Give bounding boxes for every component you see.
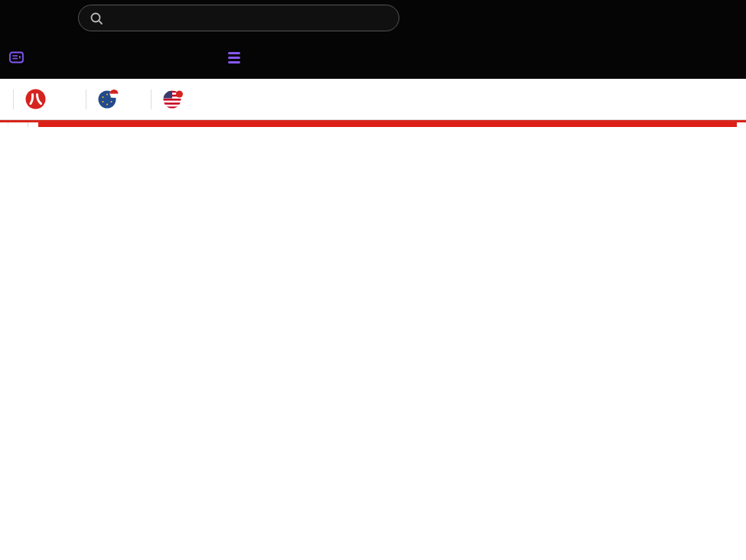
main-nav	[0, 36, 746, 79]
ticker-item-eurusd[interactable]	[98, 89, 139, 109]
market-ticker	[0, 79, 746, 120]
economic-calendar	[0, 122, 746, 127]
ticker-divider	[151, 90, 151, 109]
top-header	[0, 0, 746, 36]
search-icon	[90, 11, 103, 25]
us-flag-icon	[163, 89, 184, 109]
ticker-divider	[86, 90, 86, 109]
eurusd-flag-icon	[98, 89, 119, 109]
nav-item-more[interactable]	[228, 52, 246, 63]
divider	[8, 122, 8, 127]
ticker-divider	[13, 90, 14, 109]
live-feed-icon	[9, 51, 24, 63]
nav-item-live-feed[interactable]	[9, 51, 30, 63]
calendar-left-border	[28, 122, 28, 127]
highlight-rectangle	[38, 122, 737, 127]
hang-seng-icon	[25, 89, 46, 109]
ticker-price	[67, 92, 67, 107]
ticker-item-us[interactable]	[163, 89, 191, 109]
hamburger-menu-icon	[228, 52, 240, 63]
search-input[interactable]	[110, 11, 388, 26]
ticker-item-hang-seng[interactable]	[25, 89, 74, 109]
search-bar[interactable]	[78, 5, 399, 31]
